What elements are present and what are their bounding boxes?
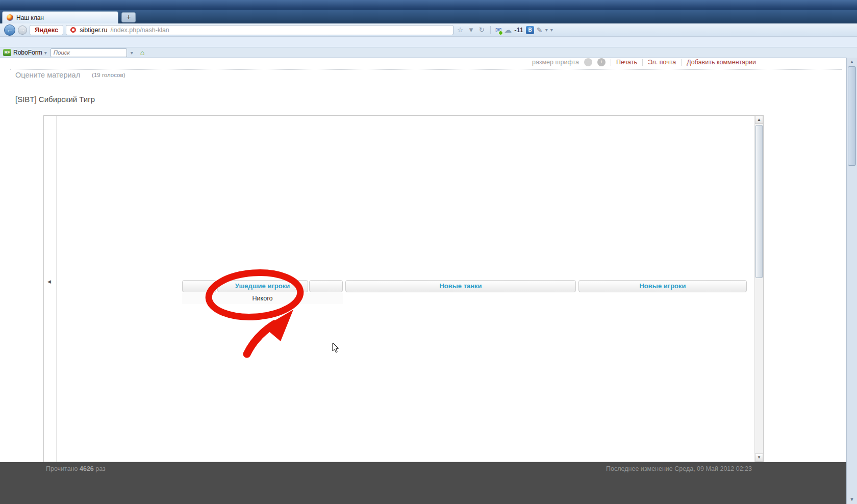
- font-decrease-button[interactable]: −: [584, 58, 592, 66]
- back-button[interactable]: ←: [4, 24, 15, 36]
- scroll-down-icon[interactable]: ▼: [848, 496, 856, 503]
- chevron-down-icon[interactable]: ▾: [131, 50, 133, 56]
- dropdown-icon[interactable]: ▼: [467, 26, 475, 34]
- new-tanks-title: Новые танки: [345, 280, 576, 292]
- rating-label: Оцените материал: [15, 71, 80, 79]
- scroll-up-icon[interactable]: ▲: [848, 58, 856, 66]
- cloud-icon[interactable]: ☁: [504, 26, 512, 35]
- menubar: [0, 0, 857, 10]
- votes-count: (19 голосов): [92, 72, 125, 78]
- departed-players-table: Ушедшие игроки Никого: [182, 280, 343, 304]
- temperature-badge: -11: [514, 26, 523, 34]
- home-icon[interactable]: ⌂: [140, 48, 144, 57]
- last-modified: Последнее изменение Среда, 09 Май 2012 0…: [606, 465, 752, 472]
- roboform-search-input[interactable]: [51, 48, 127, 57]
- scroll-down-icon[interactable]: ▼: [755, 453, 763, 462]
- site-icon: [70, 27, 77, 33]
- chevron-down-icon[interactable]: ▾: [545, 27, 548, 33]
- url-bar[interactable]: sibtiger.ru/index.php/nash-klan: [66, 25, 453, 35]
- divider: [642, 59, 643, 66]
- bottom-tables: Ушедшие игроки Никого Новые танки Новые …: [182, 280, 749, 462]
- departed-players-title: Ушедшие игроки: [217, 280, 308, 292]
- bookmarks-toolbar: [0, 37, 857, 47]
- divider: [611, 59, 611, 66]
- roboform-app-button[interactable]: RF RoboForm ▾: [3, 49, 47, 56]
- scrollbar-thumb[interactable]: [755, 125, 763, 278]
- add-comments-link[interactable]: Добавить комментарии: [687, 59, 756, 66]
- roboform-taskbar-icon[interactable]: B: [526, 26, 534, 34]
- roboform-label: RoboForm: [13, 49, 42, 56]
- font-size-label: размер шрифта: [532, 59, 579, 66]
- new-tanks-table: Новые танки: [345, 280, 576, 293]
- page-title: [SIBT] Сибирский Тигр: [15, 95, 95, 104]
- header-cell: [182, 280, 216, 292]
- main-content: Ушедшие игроки Никого Новые танки Новые …: [182, 116, 749, 462]
- font-increase-button[interactable]: +: [597, 58, 606, 66]
- mail-icon[interactable]: ✉: [495, 26, 502, 35]
- collapse-panel-icon[interactable]: ◀: [47, 279, 51, 284]
- chevron-down-icon[interactable]: ▾: [550, 27, 553, 33]
- pen-icon[interactable]: ✎: [537, 26, 543, 34]
- yandex-search-button[interactable]: Яндекс: [30, 25, 63, 35]
- print-link[interactable]: Печать: [616, 59, 637, 66]
- read-count: Прочитано 4626 раз: [46, 465, 106, 472]
- departed-players-empty: Никого: [182, 293, 343, 304]
- header-cell: [309, 280, 343, 292]
- window-scrollbar[interactable]: ▲ ▼: [846, 58, 857, 504]
- rating-row: Оцените материал (19 голосов): [15, 71, 125, 79]
- new-players-title: Новые игроки: [578, 280, 747, 292]
- tab-favicon: [7, 14, 13, 21]
- divider: [490, 26, 491, 34]
- divider: [56, 116, 57, 462]
- bookmark-star-icon[interactable]: ☆: [456, 26, 464, 34]
- email-link[interactable]: Эл. почта: [648, 59, 676, 66]
- article-footer: Прочитано 4626 раз Последнее изменение С…: [0, 462, 846, 504]
- navigation-bar: ← → Яндекс sibtiger.ru/index.php/nash-kl…: [0, 23, 857, 37]
- reload-icon[interactable]: ↻: [478, 26, 486, 34]
- url-host: sibtiger.ru: [80, 27, 107, 34]
- divider: [10, 69, 842, 70]
- inner-scrollbar[interactable]: ▲ ▼: [754, 116, 763, 462]
- tab-title: Наш клан: [16, 14, 44, 21]
- roboform-toolbar: RF RoboForm ▾ ▾ ⌂: [0, 47, 857, 58]
- divider: [681, 59, 682, 66]
- chevron-down-icon: ▾: [44, 50, 47, 56]
- url-path: /index.php/nash-klan: [110, 27, 169, 34]
- tab-nash-klan[interactable]: Наш клан: [2, 11, 118, 23]
- scrollbar-thumb[interactable]: [848, 66, 856, 166]
- departed-header-row: Ушедшие игроки: [182, 280, 343, 292]
- scroll-up-icon[interactable]: ▲: [755, 116, 763, 124]
- new-players-table: Новые игроки: [578, 280, 747, 293]
- new-tab-button[interactable]: +: [121, 12, 136, 22]
- article-toolbar: размер шрифта − + Печать Эл. почта Добав…: [532, 58, 756, 66]
- roboform-icon: RF: [3, 49, 11, 56]
- clan-stats-panel: ◀ Ушедшие игроки Никого Новые танки Новы…: [43, 115, 764, 462]
- forward-button[interactable]: →: [18, 26, 27, 35]
- tab-bar: Наш клан +: [0, 10, 857, 23]
